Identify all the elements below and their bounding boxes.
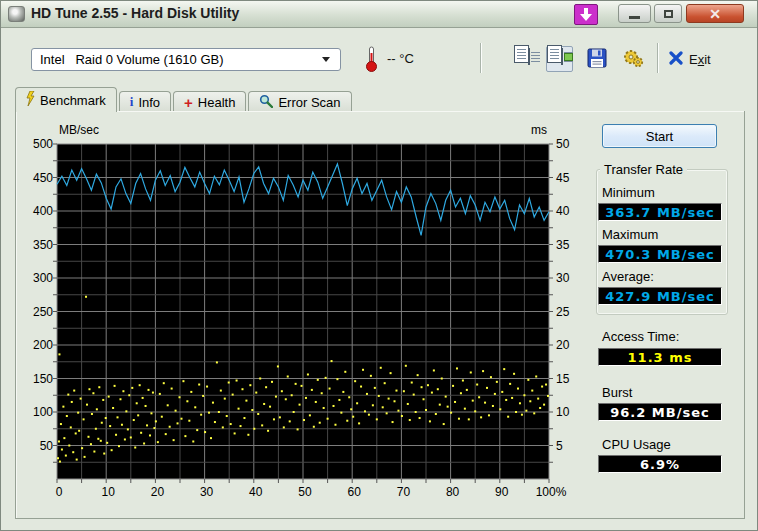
left-axis-tick-label: 500 [16,137,53,151]
x-axis-tick-label: 60 [335,485,373,499]
cpu-usage-value: 6.9% [598,455,722,473]
right-axis-unit: ms [521,123,547,137]
title-bar: HD Tune 2.55 - Hard Disk Utility ✕ [1,1,757,28]
maximize-button[interactable] [654,4,682,23]
access-time-value: 11.3 ms [598,348,722,366]
tab-error-scan[interactable]: Error Scan [248,91,351,112]
health-cross-icon: + [184,95,193,110]
tab-label: Benchmark [40,93,106,108]
left-axis-tick-label: 350 [16,238,53,252]
close-button[interactable]: ✕ [686,4,744,23]
x-axis-tick-label: 50 [286,485,324,499]
options-gear-icon [622,48,644,71]
right-axis-tick-label: 45 [556,171,569,185]
right-axis-tick-label: 5 [556,439,563,453]
download-overlay-icon[interactable] [574,4,598,25]
thermometer-icon [365,45,378,76]
x-axis-tick-label: 100% [532,485,570,499]
right-axis-tick-label: 10 [556,405,569,419]
minimum-label: Minimum [602,185,655,200]
left-axis-tick-label: 250 [16,305,53,319]
maximum-label: Maximum [602,227,658,242]
x-axis-tick-label: 20 [138,485,176,499]
tab-label: Health [198,95,236,110]
copy-screenshot-button[interactable] [546,46,573,72]
exit-button[interactable]: Exit [669,46,711,72]
left-axis-tick-label: 50 [16,439,53,453]
x-axis-tick-label: 90 [483,485,521,499]
save-icon [587,48,607,71]
window-title: HD Tune 2.55 - Hard Disk Utility [31,5,239,21]
right-axis-tick-label: 50 [556,137,569,151]
exit-x-icon [669,51,683,68]
left-axis-tick-label: 400 [16,204,53,218]
left-axis-tick-label: 300 [16,271,53,285]
tab-benchmark[interactable]: Benchmark [15,87,117,112]
benchmark-tab-page: MB/sec ms Start Transfer Rate Minimum 36… [15,111,745,519]
minimize-button[interactable] [618,4,651,23]
x-axis-tick-label: 0 [40,485,78,499]
info-icon: i [130,94,134,110]
burst-label: Burst [602,385,632,400]
copy-icon [519,49,539,69]
left-axis-tick-label: 200 [16,338,53,352]
cpu-usage-label: CPU Usage [602,437,671,452]
average-value: 427.9 MB/sec [598,287,722,305]
save-button[interactable] [583,46,610,72]
right-axis-tick-label: 30 [556,271,569,285]
tab-strip: Benchmark i Info + Health Error Scan [15,87,354,112]
right-axis-tick-label: 40 [556,204,569,218]
toolbar-separator [657,43,659,73]
average-label: Average: [602,269,654,284]
transfer-rate-group-title: Transfer Rate [600,162,687,177]
device-dropdown-value: Intel Raid 0 Volume (1610 GB) [40,52,224,67]
left-axis-unit: MB/sec [59,123,99,137]
left-axis-tick-label: 100 [16,405,53,419]
tab-info[interactable]: i Info [119,91,171,112]
tab-health[interactable]: + Health [173,91,246,112]
minimum-value: 363.7 MB/sec [598,203,722,221]
magnifier-icon [259,94,273,111]
toolbar-separator [480,43,482,73]
access-time-label: Access Time: [602,329,679,344]
x-axis-tick-label: 70 [384,485,422,499]
screenshot-copy-icon [552,49,572,69]
x-axis-tick-label: 80 [434,485,472,499]
device-dropdown[interactable]: Intel Raid 0 Volume (1610 GB) [31,48,341,71]
lightning-icon [26,91,35,109]
x-axis-tick-label: 30 [188,485,226,499]
right-axis-tick-label: 25 [556,305,569,319]
tab-label: Info [138,95,160,110]
app-icon [8,6,25,22]
benchmark-chart [52,143,554,485]
x-axis-tick-label: 40 [237,485,275,499]
chevron-down-icon [322,57,330,62]
tab-label: Error Scan [278,95,340,110]
left-axis-tick-label: 150 [16,372,53,386]
app-window: HD Tune 2.55 - Hard Disk Utility ✕ Intel… [0,0,758,531]
options-button[interactable] [619,46,646,72]
left-axis-tick-label: 450 [16,171,53,185]
exit-label: Exit [689,52,711,67]
maximum-value: 470.3 MB/sec [598,245,722,263]
maximize-icon [664,10,673,18]
burst-value: 96.2 MB/sec [598,403,722,421]
copy-text-button[interactable] [513,46,540,72]
right-axis-tick-label: 20 [556,338,569,352]
close-icon: ✕ [709,7,721,21]
start-button[interactable]: Start [602,124,717,148]
minimize-icon [629,16,640,19]
toolbar: Intel Raid 0 Volume (1610 GB) -- °C [1,29,757,85]
x-axis-tick-label: 10 [89,485,127,499]
right-axis-tick-label: 15 [556,372,569,386]
right-axis-tick-label: 35 [556,238,569,252]
temperature-value: -- °C [387,51,414,66]
